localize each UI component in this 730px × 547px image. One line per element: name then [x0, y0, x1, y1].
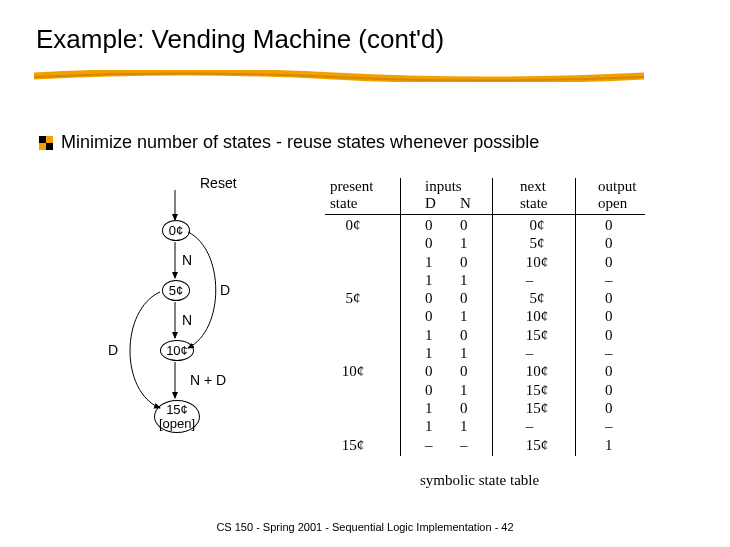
col-next: 0¢ 5¢ 10¢ – 5¢ 10¢ 15¢ – 10¢ 15¢ 15¢ – 1…: [522, 216, 548, 454]
edge-d-label-1: D: [220, 282, 230, 298]
svg-rect-1: [46, 136, 53, 143]
state-0c: 0¢: [162, 220, 190, 241]
hdr-output: output: [598, 178, 636, 195]
title-underline: [34, 70, 644, 82]
hdr-open: open: [598, 195, 627, 212]
svg-rect-3: [46, 143, 53, 150]
col-N: 0 1 0 1 0 1 0 1 0 1 0 1 –: [460, 216, 468, 454]
reset-label: Reset: [200, 175, 237, 191]
col-D: 0 0 1 1 0 0 1 1 0 0 1 1 –: [425, 216, 433, 454]
hdr-inputs: inputs: [425, 178, 462, 195]
bullet-icon: [39, 136, 53, 150]
edge-n-label-1: N: [182, 252, 192, 268]
edge-d-label-2: D: [108, 342, 118, 358]
hdr-next: next state: [520, 178, 548, 213]
edge-n-label-2: N: [182, 312, 192, 328]
table-vline-3: [575, 178, 576, 456]
slide-footer: CS 150 - Spring 2001 - Sequential Logic …: [0, 521, 730, 533]
svg-rect-2: [39, 143, 46, 150]
table-vline-1: [400, 178, 401, 456]
hdr-present: present state: [330, 178, 373, 213]
state-15c: 15¢ [open]: [154, 400, 200, 433]
state-15c-line2: [open]: [159, 416, 195, 431]
col-present: 0¢ 5¢ 10¢ 15¢: [338, 216, 364, 454]
bullet-row: Minimize number of states - reuse states…: [39, 132, 539, 153]
page-title: Example: Vending Machine (cont'd): [0, 0, 730, 55]
state-10c: 10¢: [160, 340, 194, 361]
table-vline-2: [492, 178, 493, 456]
table-hline: [325, 214, 645, 215]
state-5c: 5¢: [162, 280, 190, 301]
svg-rect-0: [39, 136, 46, 143]
edge-nd-label: N + D: [190, 372, 226, 388]
hdr-D: D: [425, 195, 436, 212]
table-caption: symbolic state table: [420, 472, 539, 489]
hdr-N: N: [460, 195, 471, 212]
col-open: 0 0 0 – 0 0 0 – 0 0 0 – 1: [605, 216, 613, 454]
bullet-text: Minimize number of states - reuse states…: [61, 132, 539, 153]
state-diagram: Reset 0¢ N 5¢ D N 10¢ D N + D 15¢ [open]: [60, 170, 290, 470]
